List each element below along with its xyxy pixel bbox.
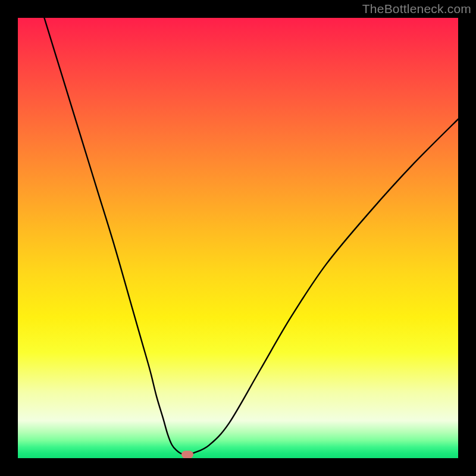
plot-area: [18, 18, 458, 458]
bottleneck-curve: [18, 18, 458, 458]
optimal-point-marker: [181, 451, 193, 458]
chart-frame: TheBottleneck.com: [0, 0, 476, 476]
watermark-label: TheBottleneck.com: [362, 2, 471, 16]
